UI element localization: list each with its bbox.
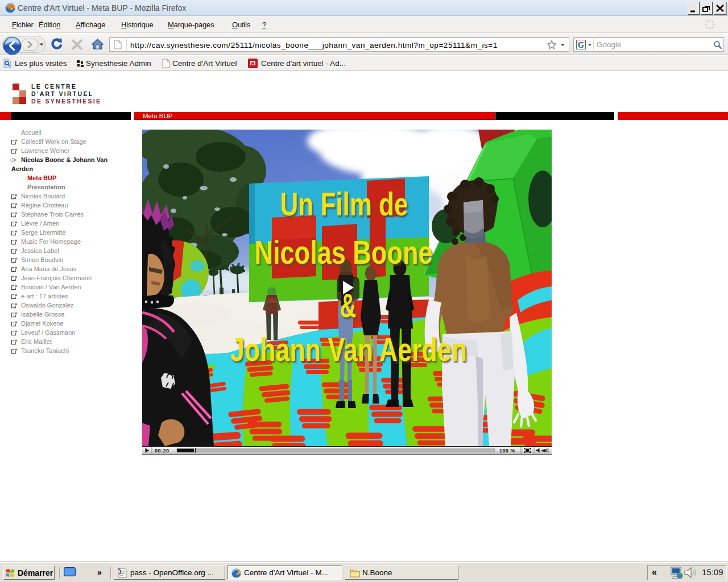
svg-text:00:20: 00:20 [155, 448, 169, 454]
svg-text:Nicolas Boone: Nicolas Boone [255, 234, 433, 271]
svg-text:&: & [340, 286, 357, 325]
svg-text:Un Film de: Un Film de [280, 186, 408, 222]
svg-text:G: G [578, 41, 584, 49]
svg-text:100 %: 100 % [499, 448, 515, 454]
svg-text:Johann Van Aerden: Johann Van Aerden [230, 331, 467, 368]
